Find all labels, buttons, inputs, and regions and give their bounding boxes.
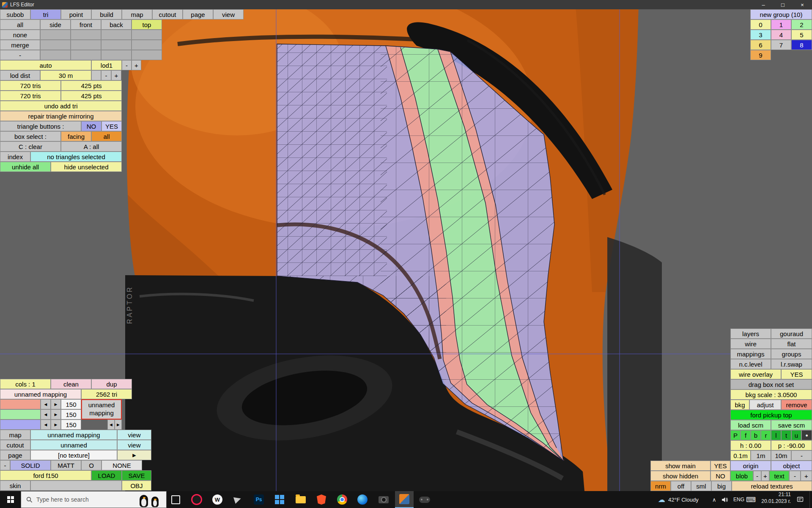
green-value[interactable]: 150 [61, 409, 81, 420]
obj-button[interactable]: OBJ [122, 480, 151, 491]
view-top[interactable]: top [132, 19, 162, 30]
selected-mapping-box[interactable]: unnamed mapping [81, 399, 122, 420]
view-side[interactable]: side [40, 19, 71, 30]
green-increase-button[interactable]: ► [51, 409, 61, 420]
nc-level-button[interactable]: n.c.level [730, 359, 771, 369]
wire-button[interactable]: wire [730, 339, 771, 349]
adjust-button[interactable]: adjust [749, 400, 781, 410]
taskbar-app-dart[interactable] [228, 491, 247, 508]
grid-cell[interactable] [132, 30, 162, 40]
axis-u-button[interactable]: u [791, 430, 801, 440]
flat-button[interactable]: flat [771, 339, 812, 349]
axis-f-button[interactable]: f [741, 430, 751, 440]
tray-volume[interactable] [721, 491, 729, 508]
grid-cell[interactable] [132, 50, 162, 60]
map-label[interactable]: map [0, 430, 30, 440]
wire-overlay-label[interactable]: wire overlay [730, 369, 781, 379]
start-button[interactable] [0, 491, 21, 508]
index-button[interactable]: index [0, 152, 30, 162]
group-5[interactable]: 5 [791, 30, 812, 40]
group-7[interactable]: 7 [771, 40, 791, 50]
save-scm-button[interactable]: save scm [771, 420, 812, 430]
cutout-view-button[interactable]: view [117, 440, 151, 450]
axis-t-button[interactable]: t [781, 430, 791, 440]
cutout-value[interactable]: unnamed [30, 440, 117, 450]
o-button[interactable]: O [81, 460, 102, 470]
solid-button[interactable]: SOLID [10, 460, 51, 470]
dash-button[interactable]: - [0, 50, 40, 60]
show-desktop-button[interactable] [809, 491, 812, 508]
mapping-name[interactable]: unnamed mapping [0, 389, 81, 399]
text-plus-button[interactable]: + [801, 471, 812, 481]
color-swatch-blue[interactable] [0, 420, 41, 430]
grid-cell[interactable] [71, 30, 101, 40]
taskbar-app-chrome[interactable] [333, 491, 351, 508]
close-button[interactable]: × [793, 0, 812, 9]
axis-r-button[interactable]: r [761, 430, 771, 440]
menu-point[interactable]: point [61, 9, 91, 19]
taskbar-clock[interactable]: 21:11 20.01.2023 г. [760, 491, 791, 508]
lod-dist-value[interactable]: 30 m [40, 70, 91, 80]
select-all-button[interactable]: A : all [61, 141, 122, 152]
reload-textures-button[interactable]: reload textures [732, 481, 812, 491]
off-button[interactable]: off [671, 481, 691, 491]
tray-chevron[interactable]: ∧ [712, 491, 716, 508]
task-view-button[interactable] [166, 491, 185, 508]
skin-value[interactable] [30, 480, 122, 491]
merge-button[interactable]: merge [0, 40, 40, 50]
taskbar-app-camera[interactable] [374, 491, 393, 508]
show-hidden-value[interactable]: NO [710, 471, 730, 481]
wire-overlay-value[interactable]: YES [781, 369, 812, 379]
menu-subob[interactable]: subob [0, 9, 30, 19]
map-value[interactable]: unnamed mapping [30, 430, 117, 440]
taskbar-app-brave[interactable] [312, 491, 331, 508]
taskbar-app-game[interactable] [415, 491, 434, 508]
grid-cell[interactable] [40, 50, 71, 60]
select-none-button[interactable]: none [0, 30, 40, 40]
save-button[interactable]: SAVE [122, 470, 151, 480]
lod-dist-minus-button[interactable]: - [101, 70, 111, 80]
taskbar-app-lfs-editor-active[interactable] [395, 491, 414, 508]
maximize-button[interactable]: □ [773, 0, 793, 9]
heading-value[interactable]: h : 0.00 [730, 440, 771, 450]
tray-language[interactable]: ENG [733, 491, 744, 508]
repair-triangle-mirroring-button[interactable]: repair triangle mirroring [0, 111, 122, 121]
background-image-name[interactable]: ford pickup top [730, 410, 812, 420]
page-value[interactable]: [no texture] [30, 450, 117, 460]
group-1[interactable]: 1 [771, 19, 791, 30]
blob-plus-button[interactable]: + [761, 471, 769, 481]
grid-cell[interactable] [40, 40, 71, 50]
lod1-button[interactable]: lod1 [91, 60, 122, 70]
green-decrease-button[interactable]: ◄ [41, 409, 51, 420]
auto-button[interactable]: auto [0, 60, 91, 70]
menu-page[interactable]: page [183, 9, 213, 19]
sml-button[interactable]: sml [691, 481, 711, 491]
grid-cell[interactable] [71, 50, 101, 60]
grid-scale-01m[interactable]: 0.1m [730, 450, 751, 461]
color-swatch-green[interactable] [0, 409, 41, 420]
red-value[interactable]: 150 [61, 399, 81, 409]
group-2[interactable]: 2 [791, 19, 812, 30]
menu-view[interactable]: view [213, 9, 244, 19]
mappings-button[interactable]: mappings [730, 349, 771, 359]
group-0[interactable]: 0 [750, 19, 771, 30]
model-name[interactable]: ford f150 [0, 470, 91, 480]
group-3[interactable]: 3 [750, 30, 771, 40]
menu-cutout[interactable]: cutout [152, 9, 183, 19]
lod-minus-button[interactable]: - [122, 60, 132, 70]
grid-cell[interactable] [101, 40, 132, 50]
groups-button[interactable]: groups [771, 349, 812, 359]
bkg-button[interactable]: bkg [730, 400, 749, 410]
show-main-value[interactable]: YES [710, 461, 730, 471]
axis-b-button[interactable]: b [751, 430, 761, 440]
cols-button[interactable]: cols : 1 [0, 379, 51, 389]
axis-l-button[interactable]: l [771, 430, 781, 440]
text-button[interactable]: text [769, 471, 789, 481]
grid-cell[interactable] [132, 40, 162, 50]
grid-scale-1m[interactable]: 1m [751, 450, 771, 461]
group-8-selected[interactable]: 8 [791, 40, 812, 50]
triangle-buttons-yes[interactable]: YES [102, 121, 122, 131]
map-view-button[interactable]: view [117, 430, 151, 440]
blue-decrease-button[interactable]: ◄ [41, 420, 51, 430]
axis-p-button[interactable]: P [730, 430, 741, 440]
